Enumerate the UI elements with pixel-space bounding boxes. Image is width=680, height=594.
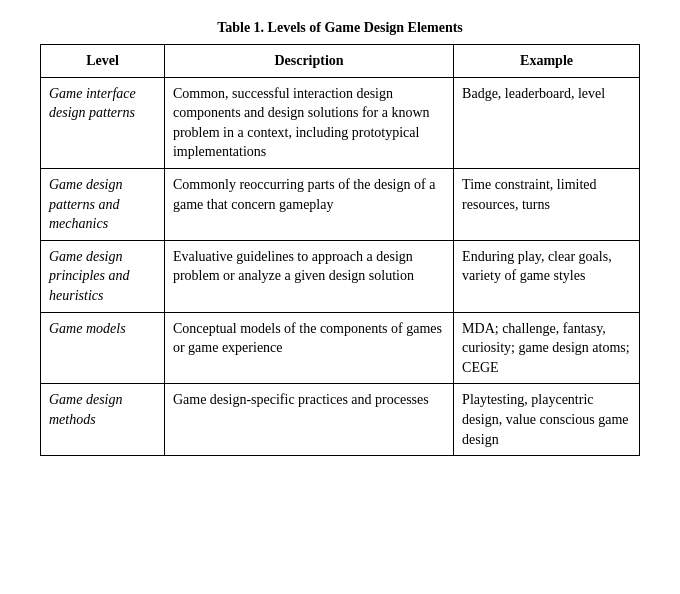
cell-level-2: Game design principles and heuristics [41,240,165,312]
table-header-row: Level Description Example [41,45,640,78]
table-row: Game design methodsGame design-specific … [41,384,640,456]
cell-description-4: Game design-specific practices and proce… [164,384,453,456]
header-example: Example [454,45,640,78]
cell-description-2: Evaluative guidelines to approach a desi… [164,240,453,312]
levels-table: Level Description Example Game interface… [40,44,640,456]
cell-description-0: Common, successful interaction design co… [164,77,453,168]
table-row: Game interface design patternsCommon, su… [41,77,640,168]
header-description: Description [164,45,453,78]
cell-description-1: Commonly reoccurring parts of the design… [164,168,453,240]
header-level: Level [41,45,165,78]
table-title: Table 1. Levels of Game Design Elements [40,20,640,36]
cell-example-0: Badge, leaderboard, level [454,77,640,168]
cell-example-1: Time constraint, limited resources, turn… [454,168,640,240]
cell-level-3: Game models [41,312,165,384]
cell-level-1: Game design patterns and mechanics [41,168,165,240]
cell-example-2: Enduring play, clear goals, variety of g… [454,240,640,312]
table-row: Game modelsConceptual models of the comp… [41,312,640,384]
cell-level-4: Game design methods [41,384,165,456]
cell-description-3: Conceptual models of the components of g… [164,312,453,384]
cell-level-0: Game interface design patterns [41,77,165,168]
table-row: Game design patterns and mechanicsCommon… [41,168,640,240]
cell-example-3: MDA; challenge, fantasy, curiosity; game… [454,312,640,384]
table-row: Game design principles and heuristicsEva… [41,240,640,312]
cell-example-4: Playtesting, playcentric design, value c… [454,384,640,456]
